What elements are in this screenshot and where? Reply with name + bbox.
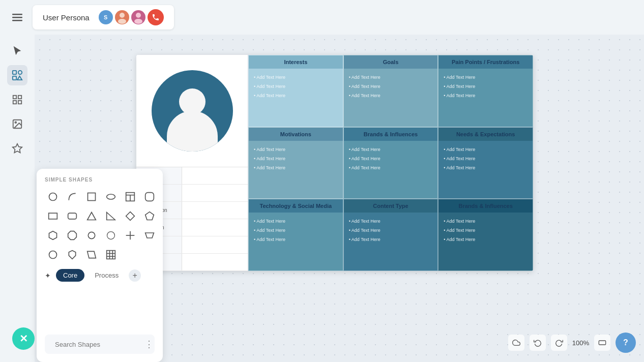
shape-circle-sm[interactable] (83, 227, 100, 244)
more-options-button[interactable]: ⋮ (144, 339, 154, 350)
line: Add Text Here (254, 217, 338, 226)
shape-grid-table[interactable] (103, 247, 119, 263)
grid-content-type: Content Type Add Text Here Add Text Here… (343, 199, 438, 271)
shape-circle-2[interactable] (45, 247, 61, 263)
zoom-label: 100% (572, 339, 589, 347)
svg-marker-27 (87, 213, 96, 220)
avatar-body (167, 111, 218, 152)
svg-marker-29 (126, 212, 135, 221)
persona-avatar-circle (152, 70, 233, 152)
search-shapes-input[interactable] (55, 341, 140, 348)
svg-marker-37 (145, 233, 154, 238)
grid-tech: Technology & Social Media Add Text Here … (248, 199, 343, 271)
help-button[interactable]: ? (616, 333, 636, 353)
sidebar-icon-star[interactable] (7, 138, 27, 159)
svg-marker-31 (49, 231, 57, 240)
body-brands2: Add Text Here Add Text Here Add Text Her… (438, 213, 533, 270)
keyboard-shortcut-button[interactable] (594, 335, 610, 351)
svg-rect-0 (12, 14, 22, 15)
svg-point-18 (49, 193, 57, 201)
shape-rounded-rect-sm[interactable] (64, 208, 80, 224)
line: Add Text Here (254, 226, 338, 235)
body-interests: Add Text Here Add Text Here Add Text Her… (249, 69, 343, 127)
shape-octagon[interactable] (64, 227, 80, 244)
sidebar-icon-grid[interactable] (7, 89, 27, 110)
svg-rect-1 (12, 17, 22, 18)
svg-rect-14 (18, 101, 21, 104)
shape-circle[interactable] (45, 189, 61, 205)
svg-rect-12 (18, 96, 21, 99)
line: Add Text Here (349, 82, 433, 91)
tab-process[interactable]: Process (87, 269, 126, 282)
value-age (182, 185, 248, 201)
add-tab-button[interactable]: + (129, 269, 141, 282)
search-shapes-row: ⋮ (45, 335, 155, 354)
menu-button[interactable] (8, 8, 26, 26)
shape-right-triangle[interactable] (103, 208, 119, 224)
undo-button[interactable] (530, 335, 546, 351)
shape-triangle[interactable] (83, 208, 100, 224)
shapes-grid (45, 189, 155, 263)
left-sidebar (0, 35, 35, 362)
line: Add Text Here (349, 154, 433, 163)
shape-ellipse[interactable] (103, 189, 119, 205)
line: Add Text Here (349, 163, 433, 172)
line: Add Text Here (349, 226, 433, 235)
shape-parallelogram[interactable] (83, 247, 100, 263)
line: Add Text Here (444, 154, 528, 163)
redo-button[interactable] (551, 335, 567, 351)
avatar-s: S (99, 10, 113, 24)
avatar-1 (115, 10, 129, 24)
shape-trapezoid[interactable] (141, 227, 158, 244)
sidebar-icon-shapes[interactable] (7, 65, 27, 85)
sidebar-icon-image[interactable] (7, 114, 27, 134)
line: Add Text Here (349, 73, 433, 82)
tab-magic[interactable]: ✦ (45, 272, 51, 280)
shape-hexagon[interactable] (45, 227, 61, 244)
line: Add Text Here (444, 82, 528, 91)
close-fab-button[interactable]: ✕ (12, 327, 35, 350)
value-status (182, 254, 248, 270)
shape-cross[interactable] (122, 227, 138, 244)
svg-marker-28 (107, 213, 115, 220)
shape-rect-outline[interactable] (45, 208, 61, 224)
shape-circle-outline[interactable] (103, 227, 119, 244)
tab-core[interactable]: Core (56, 269, 84, 282)
svg-marker-39 (69, 251, 75, 259)
svg-rect-26 (68, 213, 77, 219)
line: Add Text Here (254, 91, 338, 100)
grid-goals: Goals Add Text Here Add Text Here Add Te… (343, 55, 438, 127)
persona-grid: Interests Add Text Here Add Text Here Ad… (248, 55, 533, 271)
bottom-controls: 100% ? (508, 333, 636, 353)
svg-point-34 (107, 232, 115, 239)
shape-pentagon[interactable] (141, 208, 158, 224)
header-brands2: Brands & Influences (438, 199, 533, 213)
svg-marker-40 (87, 251, 96, 258)
value-education (182, 219, 248, 236)
svg-rect-41 (107, 251, 115, 259)
value-name (182, 167, 248, 184)
value-occupation (182, 202, 248, 219)
line: Add Text Here (254, 82, 338, 91)
grid-brands2: Brands & Influences Add Text Here Add Te… (438, 199, 533, 271)
shapes-panel: SIMPLE SHAPES (37, 169, 163, 362)
shape-diamond[interactable] (122, 208, 138, 224)
line: Add Text Here (444, 217, 528, 226)
line: Add Text Here (254, 154, 338, 163)
document-title-tab[interactable]: User Persona S (33, 5, 174, 29)
cloud-save-button[interactable] (508, 335, 524, 351)
header-brands-influences: Brands & Influences (344, 128, 438, 141)
line: Add Text Here (254, 235, 338, 244)
svg-rect-2 (12, 20, 22, 21)
shape-table[interactable] (122, 189, 138, 205)
line: Add Text Here (444, 235, 528, 244)
shape-arc[interactable] (64, 189, 80, 205)
sidebar-icon-cursor[interactable] (7, 41, 27, 61)
document-title: User Persona (43, 13, 90, 22)
call-button[interactable] (148, 9, 164, 25)
shape-rounded-rect[interactable] (141, 189, 158, 205)
shape-shield[interactable] (64, 247, 80, 263)
svg-marker-17 (13, 144, 22, 153)
shape-square[interactable] (83, 189, 100, 205)
header-pain: Pain Points / Frustrations (438, 55, 533, 69)
